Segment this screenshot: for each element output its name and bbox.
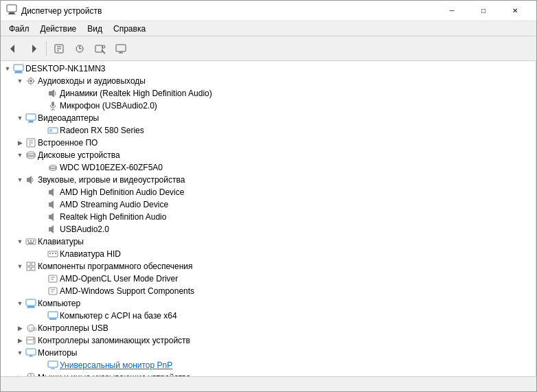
tree-root[interactable]: ▼ DESKTOP-NK11MN3 bbox=[1, 62, 536, 75]
category-display[interactable]: ▼ Видеоадаптеры bbox=[1, 112, 536, 124]
display-label: Видеоадаптеры bbox=[38, 113, 99, 123]
speakers-expand bbox=[36, 88, 47, 99]
item-usbaudio[interactable]: USBAudio2.0 bbox=[1, 223, 536, 235]
minimize-button[interactable]: ─ bbox=[436, 1, 468, 21]
opencl-expand bbox=[36, 273, 47, 284]
svg-rect-0 bbox=[7, 5, 16, 12]
components-expand[interactable]: ▼ bbox=[14, 261, 25, 272]
category-disk[interactable]: ▼ Дисковые устройства bbox=[1, 149, 536, 161]
main-window: Диспетчер устройств ─ □ ✕ Файл Действие … bbox=[0, 0, 537, 392]
maximize-button[interactable]: □ bbox=[468, 1, 499, 21]
item-amd-support[interactable]: AMD-Windows Support Components bbox=[1, 285, 536, 297]
item-opencl[interactable]: AMD-OpenCL User Mode Driver bbox=[1, 273, 536, 285]
category-keyboard[interactable]: ▼ Клавиатуры bbox=[1, 235, 536, 248]
radeon-icon bbox=[47, 125, 58, 136]
svg-rect-78 bbox=[27, 308, 35, 308]
item-acpi[interactable]: Компьютер с ACPI на базе x64 bbox=[1, 310, 536, 322]
svg-rect-49 bbox=[49, 190, 51, 194]
speakers-label: Динамики (Realtek High Definition Audio) bbox=[60, 89, 212, 98]
svg-point-11 bbox=[102, 45, 105, 48]
display-expand[interactable]: ▼ bbox=[14, 113, 25, 124]
item-amd-streaming[interactable]: AMD Streaming Audio Device bbox=[1, 198, 536, 211]
disk-expand[interactable]: ▼ bbox=[14, 150, 25, 161]
audio-io-expand[interactable]: ▼ bbox=[14, 76, 25, 87]
svg-rect-68 bbox=[27, 267, 30, 270]
svg-rect-59 bbox=[30, 240, 32, 242]
svg-marker-48 bbox=[29, 176, 32, 184]
item-speakers[interactable]: Динамики (Realtek High Definition Audio) bbox=[1, 87, 536, 100]
toolbar bbox=[1, 36, 536, 61]
firmware-expand[interactable]: ▶ bbox=[14, 137, 25, 148]
category-storage-ctrl[interactable]: ▶ Контроллеры запоминающих устройств bbox=[1, 334, 536, 347]
opencl-icon bbox=[47, 273, 58, 284]
computer-cat-expand[interactable]: ▼ bbox=[14, 298, 25, 309]
svg-rect-73 bbox=[49, 288, 57, 295]
category-computer[interactable]: ▼ Компьютер bbox=[1, 297, 536, 310]
menu-file[interactable]: Файл bbox=[3, 23, 35, 35]
mic-expand bbox=[36, 100, 47, 111]
item-kbd-hid[interactable]: Клавиатура HID bbox=[1, 248, 536, 260]
svg-marker-54 bbox=[51, 213, 54, 221]
svg-rect-65 bbox=[55, 253, 56, 254]
menu-help[interactable]: Справка bbox=[108, 23, 151, 35]
item-microphone[interactable]: Микрофон (USBAudio2.0) bbox=[1, 100, 536, 112]
item-wdc[interactable]: WDC WD10EZEX-60ZF5A0 bbox=[1, 161, 536, 174]
amd-support-icon bbox=[47, 286, 58, 297]
category-monitors[interactable]: ▼ Мониторы bbox=[1, 347, 536, 359]
window-title: Диспетчер устройств bbox=[21, 6, 102, 16]
keyboard-expand[interactable]: ▼ bbox=[14, 236, 25, 247]
amd-hd-expand bbox=[36, 187, 47, 198]
svg-marker-50 bbox=[51, 188, 54, 196]
svg-point-86 bbox=[33, 341, 34, 343]
sound-icon bbox=[25, 174, 36, 185]
monitors-expand[interactable]: ▼ bbox=[14, 347, 25, 358]
svg-rect-66 bbox=[27, 262, 30, 266]
toolbar-update-driver[interactable] bbox=[70, 39, 89, 58]
pnp-label: Универсальный монитор PnP bbox=[60, 360, 172, 370]
usb-ctrl-expand[interactable]: ▶ bbox=[14, 323, 25, 334]
toolbar-scan[interactable] bbox=[91, 39, 110, 58]
svg-rect-27 bbox=[52, 102, 54, 106]
svg-rect-16 bbox=[14, 65, 23, 71]
category-components[interactable]: ▼ Компоненты программного обеспечения bbox=[1, 260, 536, 273]
root-expand-icon[interactable]: ▼ bbox=[2, 63, 13, 74]
svg-rect-67 bbox=[32, 262, 35, 266]
menu-view[interactable]: Вид bbox=[82, 23, 108, 35]
status-bar bbox=[1, 376, 536, 391]
category-usb-ctrl[interactable]: ▶ USB Контроллеры USB bbox=[1, 322, 536, 334]
svg-rect-70 bbox=[49, 275, 57, 282]
category-mice[interactable]: ▶ Мыши и иные указывающие устройства bbox=[1, 371, 536, 376]
toolbar-forward[interactable] bbox=[24, 39, 43, 58]
item-amd-hd-audio[interactable]: AMD High Definition Audio Device bbox=[1, 186, 536, 198]
svg-marker-56 bbox=[51, 225, 54, 233]
usb-ctrl-label: Контроллеры USB bbox=[38, 323, 108, 333]
toolbar-display[interactable] bbox=[111, 39, 130, 58]
audio-io-icon bbox=[25, 76, 36, 87]
mic-label: Микрофон (USBAudio2.0) bbox=[60, 101, 157, 111]
components-label: Компоненты программного обеспечения bbox=[38, 262, 193, 271]
computer-cat-icon bbox=[25, 298, 36, 309]
item-pnp-monitor[interactable]: Универсальный монитор PnP bbox=[1, 359, 536, 371]
item-realtek-audio[interactable]: Realtek High Definition Audio bbox=[1, 211, 536, 223]
storage-ctrl-expand[interactable]: ▶ bbox=[14, 335, 25, 346]
amd-hd-icon bbox=[47, 187, 58, 198]
svg-rect-25 bbox=[49, 91, 52, 95]
menu-action[interactable]: Действие bbox=[35, 23, 82, 35]
category-audio-io[interactable]: ▼ Аудиовходы и аудиовыходы bbox=[1, 75, 536, 87]
close-button[interactable]: ✕ bbox=[499, 1, 531, 21]
wdc-label: WDC WD10EZEX-60ZF5A0 bbox=[60, 163, 163, 172]
monitors-icon bbox=[25, 347, 36, 358]
item-radeon[interactable]: Radeon RX 580 Series bbox=[1, 124, 536, 137]
toolbar-properties[interactable] bbox=[49, 39, 69, 58]
toolbar-back[interactable] bbox=[3, 39, 23, 58]
category-sound[interactable]: ▼ Звуковые, игровые и видеоустройства bbox=[1, 174, 536, 186]
sound-expand[interactable]: ▼ bbox=[14, 174, 25, 185]
radeon-expand bbox=[36, 125, 47, 136]
category-firmware[interactable]: ▶ Встроенное ПО bbox=[1, 137, 536, 149]
svg-rect-80 bbox=[49, 319, 56, 320]
svg-rect-60 bbox=[33, 240, 34, 242]
amd-stream-icon bbox=[47, 199, 58, 210]
device-tree[interactable]: ▼ DESKTOP-NK11MN3 ▼ bbox=[1, 61, 536, 376]
svg-marker-4 bbox=[32, 45, 36, 53]
svg-marker-52 bbox=[51, 200, 54, 209]
